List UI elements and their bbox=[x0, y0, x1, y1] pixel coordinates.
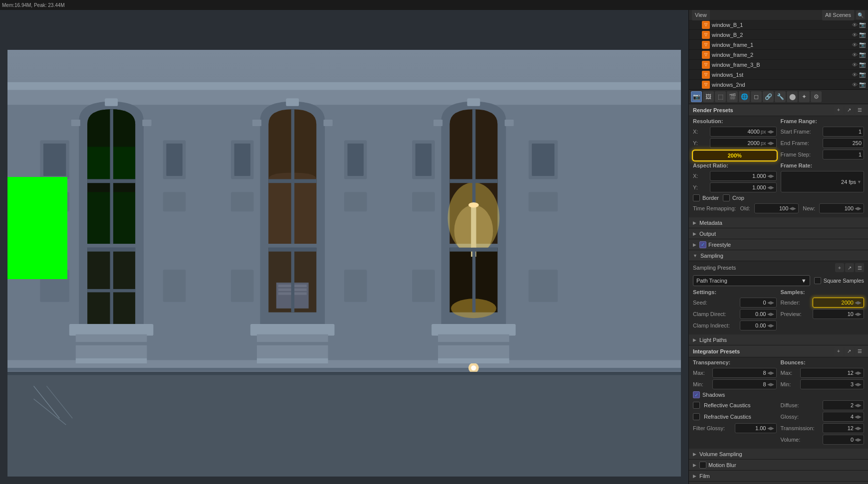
volume-field[interactable]: 0 ◀▶ bbox=[823, 435, 865, 445]
integ-menu-btn[interactable]: ☰ bbox=[855, 347, 864, 356]
aspect-x-field[interactable]: 1.000 ◀▶ bbox=[710, 171, 777, 181]
constraint-icon-btn[interactable]: 🔗 bbox=[763, 91, 774, 102]
item-render-icon-1[interactable]: 📷 bbox=[859, 31, 866, 38]
integ-expand-btn[interactable]: ↗ bbox=[845, 347, 854, 356]
film-label: Film bbox=[699, 473, 710, 479]
transmission-field[interactable]: 12 ◀▶ bbox=[823, 423, 865, 433]
outliner-item-3[interactable]: ▽ window_frame_2 👁 📷 bbox=[689, 50, 868, 60]
scene-icon-btn[interactable]: 🎬 bbox=[727, 91, 738, 102]
outliner-item-2[interactable]: ▽ window_frame_1 👁 📷 bbox=[689, 40, 868, 50]
res-x-field[interactable]: 4000 px ◀▶ bbox=[710, 127, 777, 137]
end-frame-field[interactable]: 250 bbox=[823, 138, 865, 148]
presets-menu-btn[interactable]: ☰ bbox=[855, 106, 864, 115]
preview-samples-field[interactable]: 10 ◀▶ bbox=[813, 309, 865, 319]
item-visibility-icon-3[interactable]: 👁 bbox=[852, 52, 858, 58]
outliner-item-4[interactable]: ▽ window_frame_3_B 👁 📷 bbox=[689, 60, 868, 70]
render-presets-header[interactable]: Render Presets + ↗ ☰ bbox=[689, 104, 868, 116]
trans-max-field[interactable]: 8 ◀▶ bbox=[712, 368, 777, 378]
view-layer-icon-btn[interactable]: ⬚ bbox=[715, 91, 726, 102]
search-btn[interactable]: 🔍 bbox=[856, 10, 865, 19]
outliner-item-6[interactable]: ▽ windows_2nd 👁 📷 bbox=[689, 80, 868, 89]
item-render-icon-3[interactable]: 📷 bbox=[859, 51, 866, 58]
bounce-max-field[interactable]: 12 ◀▶ bbox=[800, 368, 865, 378]
item-render-icon-4[interactable]: 📷 bbox=[859, 61, 866, 68]
item-visibility-icon-6[interactable]: 👁 bbox=[852, 82, 858, 88]
start-frame-field[interactable]: 1 bbox=[823, 127, 865, 137]
glossy-field[interactable]: 4 ◀▶ bbox=[823, 412, 865, 422]
material-icon-btn[interactable]: ⬤ bbox=[787, 91, 798, 102]
performance-collapse[interactable]: ▶ Performance bbox=[689, 482, 868, 484]
sampling-menu-btn[interactable]: ☰ bbox=[855, 263, 864, 272]
motion-blur-cb[interactable] bbox=[699, 462, 706, 469]
freestyle-collapse[interactable]: ▶ ✓ Freestyle bbox=[689, 239, 868, 250]
all-scenes-btn[interactable]: All Scenes bbox=[822, 10, 854, 20]
svg-rect-5 bbox=[7, 368, 681, 371]
frame-step-field[interactable]: 1 bbox=[823, 150, 865, 160]
res-y-field[interactable]: 2000 px ◀▶ bbox=[710, 138, 777, 148]
item-visibility-icon-2[interactable]: 👁 bbox=[852, 42, 858, 48]
viewport[interactable] bbox=[0, 10, 688, 484]
item-visibility-icon-5[interactable]: 👁 bbox=[852, 72, 858, 78]
presets-expand-btn[interactable]: ↗ bbox=[845, 106, 854, 115]
integ-add-btn[interactable]: + bbox=[834, 347, 843, 356]
crop-cb[interactable] bbox=[723, 194, 730, 201]
motion-blur-collapse[interactable]: ▶ Motion Blur bbox=[689, 460, 868, 471]
light-paths-collapse[interactable]: ▶ Light Paths bbox=[689, 334, 868, 345]
item-render-icon-6[interactable]: 📷 bbox=[859, 81, 866, 88]
metadata-collapse[interactable]: ▶ Metadata bbox=[689, 217, 868, 228]
physics-icon-btn[interactable]: ⚙ bbox=[811, 91, 822, 102]
properties-panel[interactable]: Render Presets + ↗ ☰ Resolution: X: bbox=[689, 104, 868, 484]
border-cb[interactable] bbox=[693, 194, 700, 201]
trans-min-field[interactable]: 8 ◀▶ bbox=[712, 379, 777, 389]
clamp-direct-field[interactable]: 0.00 ◀▶ bbox=[740, 309, 777, 319]
item-visibility-icon-1[interactable]: 👁 bbox=[852, 32, 858, 38]
sampling-collapse[interactable]: ▼ Sampling bbox=[689, 250, 868, 261]
aspect-y-field[interactable]: 1.000 ◀▶ bbox=[710, 182, 777, 192]
output-collapse[interactable]: ▶ Output bbox=[689, 228, 868, 239]
res-y-stepper: ◀▶ bbox=[767, 141, 774, 146]
item-render-icon-0[interactable]: 📷 bbox=[859, 21, 866, 28]
shadows-item[interactable]: ✓ Shadows bbox=[693, 391, 725, 398]
new-value-field[interactable]: 100 ◀▶ bbox=[819, 203, 864, 213]
refr-caustics-cb[interactable] bbox=[693, 413, 700, 420]
svg-rect-68 bbox=[412, 192, 434, 211]
clamp-indirect-field[interactable]: 0.00 ◀▶ bbox=[740, 321, 777, 330]
seed-field[interactable]: 0 ◀▶ bbox=[740, 298, 777, 308]
item-visibility-icon-0[interactable]: 👁 bbox=[852, 22, 858, 28]
shadows-cb[interactable]: ✓ bbox=[693, 391, 700, 398]
particle-icon-btn[interactable]: ✦ bbox=[799, 91, 810, 102]
res-percent-field[interactable]: 200% bbox=[693, 151, 777, 161]
bounce-min-field[interactable]: 3 ◀▶ bbox=[800, 379, 865, 389]
item-visibility-icon-4[interactable]: 👁 bbox=[852, 62, 858, 68]
modifier-icon-btn[interactable]: 🔧 bbox=[775, 91, 786, 102]
border-checkbox-item[interactable]: Border bbox=[693, 194, 719, 201]
outliner-item-0[interactable]: ▽ window_B_1 👁 📷 bbox=[689, 20, 868, 30]
output-icon-btn[interactable]: 🖼 bbox=[703, 91, 714, 102]
render-samples-field[interactable]: 2000 ◀▶ bbox=[813, 298, 865, 308]
object-icon-btn[interactable]: ◻ bbox=[751, 91, 762, 102]
square-samples-cb[interactable] bbox=[814, 277, 821, 284]
refl-caustics-cb[interactable] bbox=[693, 402, 700, 409]
film-collapse[interactable]: ▶ Film bbox=[689, 471, 868, 482]
world-icon-btn[interactable]: 🌐 bbox=[739, 91, 750, 102]
filter-glossy-field[interactable]: 1.00 ◀▶ bbox=[735, 423, 777, 433]
frame-rate-field[interactable]: 24 fps ▼ bbox=[781, 171, 865, 192]
sampling-expand-btn[interactable]: ↗ bbox=[845, 263, 854, 272]
item-render-icon-5[interactable]: 📷 bbox=[859, 71, 866, 78]
diffuse-field[interactable]: 2 ◀▶ bbox=[823, 400, 865, 410]
integrator-presets-header[interactable]: Integrator Presets + ↗ ☰ bbox=[689, 345, 868, 357]
view-menu-btn[interactable]: View bbox=[692, 10, 710, 20]
outliner-item-1[interactable]: ▽ window_B_2 👁 📷 bbox=[689, 30, 868, 40]
presets-add-btn[interactable]: + bbox=[834, 106, 843, 115]
item-render-icon-2[interactable]: 📷 bbox=[859, 41, 866, 48]
sampling-add-btn[interactable]: + bbox=[835, 263, 844, 272]
item-name-1: window_B_2 bbox=[712, 32, 852, 38]
render-icon-btn[interactable]: 📷 bbox=[691, 91, 702, 102]
volume-sampling-collapse[interactable]: ▶ Volume Sampling bbox=[689, 449, 868, 460]
old-value-field[interactable]: 100 ◀▶ bbox=[754, 203, 799, 213]
square-samples-item[interactable]: Square Samples bbox=[814, 277, 864, 284]
freestyle-cb[interactable]: ✓ bbox=[699, 241, 706, 248]
crop-checkbox-item[interactable]: Crop bbox=[723, 194, 744, 201]
outliner-item-5[interactable]: ▽ windows_1st 👁 📷 bbox=[689, 70, 868, 80]
integrator-dropdown[interactable]: Path Tracing ▼ bbox=[693, 275, 810, 286]
